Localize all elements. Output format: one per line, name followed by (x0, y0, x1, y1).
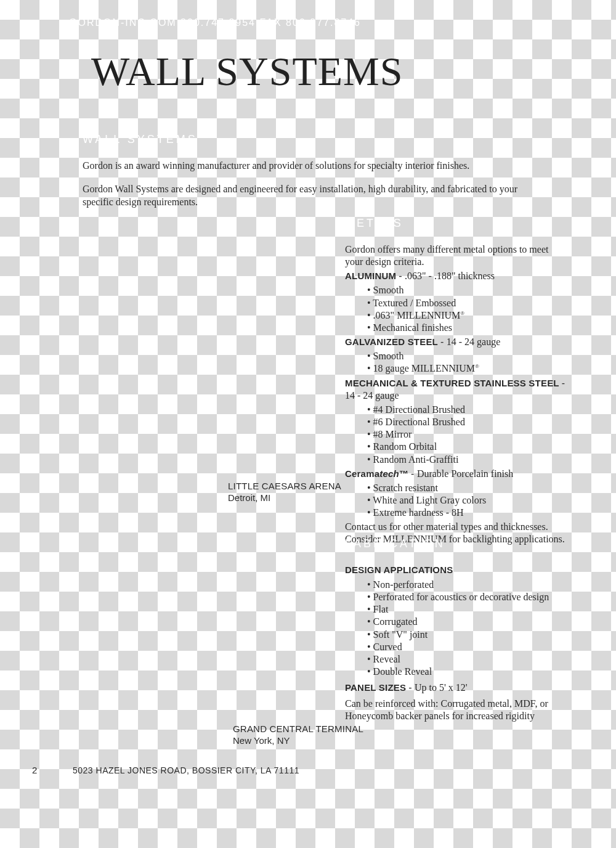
ceramatech-list: Scratch resistant White and Light Gray c… (345, 482, 567, 519)
panel-sizes-label: PANEL SIZES (345, 682, 406, 693)
ceramatech-tm: ™ (399, 468, 408, 479)
list-item: #6 Directional Brushed (367, 416, 567, 428)
stainless-list: #4 Directional Brushed #6 Directional Br… (345, 404, 567, 466)
list-item: 18 gauge MILLENNIUM® (367, 362, 567, 375)
intro-p1: Gordon is an award winning manufacturer … (83, 159, 538, 173)
fabrication-column: DESIGN APPLICATIONS Non-perforated Perfo… (345, 565, 567, 723)
section-label-metals: METALS (345, 217, 403, 230)
stainless-heading: MECHANICAL & TEXTURED STAINLESS STEEL - … (345, 377, 567, 402)
page-number: 2 (32, 765, 37, 775)
panel-sizes-spec: Up to 5' x 12' (415, 682, 468, 693)
page-title: WALL SYSTEMS (91, 48, 403, 95)
caption-location: Detroit, MI (228, 492, 341, 504)
list-item: #8 Mirror (367, 428, 567, 441)
aluminum-spec: .063" - .188" thickness (405, 271, 495, 281)
design-applications-list: Non-perforated Perforated for acoustics … (345, 579, 567, 678)
panel-sizes-heading: PANEL SIZES - Up to 5' x 12' (345, 682, 567, 694)
aluminum-list: Smooth Textured / Embossed .063" MILLENN… (345, 284, 567, 334)
caption-grand-central: GRAND CENTRAL TERMINAL New York, NY (233, 724, 363, 747)
galvanized-spec: 14 - 24 gauge (447, 336, 501, 347)
list-item: Perforated for acoustics or decorative d… (367, 591, 567, 603)
list-item: Smooth (367, 284, 567, 296)
reinforce-note: Can be reinforced with: Corrugated metal… (345, 698, 567, 722)
list-item: Curved (367, 641, 567, 653)
list-item: Random Anti-Graffiti (367, 454, 567, 466)
caption-location: New York, NY (233, 735, 363, 747)
caption-title: GRAND CENTRAL TERMINAL (233, 724, 363, 735)
page-content: GORDON-INC.COM 800.747.8954 FAX 800.877.… (0, 0, 616, 848)
galvanized-heading: GALVANIZED STEEL - 14 - 24 gauge (345, 336, 567, 348)
list-item: Textured / Embossed (367, 297, 567, 309)
ceramatech-label-b: tech (379, 468, 399, 479)
ceramatech-label-a: Cerama (345, 468, 379, 479)
list-item: Random Orbital (367, 441, 567, 453)
list-item: Reveal (367, 653, 567, 666)
list-item: Extreme hardness - 8H (367, 507, 567, 519)
list-item: Corrugated (367, 616, 567, 628)
aluminum-heading: ALUMINUM - .063" - .188" thickness (345, 270, 567, 282)
list-item: Smooth (367, 350, 567, 362)
list-item: Soft "V" joint (367, 629, 567, 641)
aluminum-label: ALUMINUM (345, 271, 396, 281)
intro-p2: Gordon Wall Systems are designed and eng… (83, 182, 538, 209)
list-item: Flat (367, 603, 567, 616)
metals-column: Gordon offers many different metal optio… (345, 242, 567, 548)
footer-address: 5023 HAZEL JONES ROAD, BOSSIER CITY, LA … (73, 765, 299, 775)
caption-little-caesars: LITTLE CAESARS ARENA Detroit, MI (228, 481, 341, 504)
caption-title: LITTLE CAESARS ARENA (228, 481, 341, 492)
list-item: #4 Directional Brushed (367, 404, 567, 416)
list-item: .063" MILLENNIUM® (367, 309, 567, 322)
stainless-spec: 14 - 24 gauge (345, 390, 399, 401)
galvanized-list: Smooth 18 gauge MILLENNIUM® (345, 350, 567, 375)
list-item: Mechanical finishes (367, 322, 567, 334)
ceramatech-heading: Ceramatech™ - Durable Porcelain finish (345, 468, 567, 480)
list-item: Scratch resistant (367, 482, 567, 494)
section-label-wall-systems: WALL SYSTEMS (83, 133, 198, 146)
metals-lead: Gordon offers many different metal optio… (345, 243, 567, 268)
design-applications-heading: DESIGN APPLICATIONS (345, 565, 567, 576)
intro-text: Gordon is an award winning manufacturer … (83, 159, 538, 219)
ceramatech-spec: Durable Porcelain finish (417, 468, 513, 479)
galvanized-label: GALVANIZED STEEL (345, 336, 438, 347)
list-item: Double Reveal (367, 666, 567, 678)
section-label-fabrication: FABRICATION (345, 537, 445, 550)
top-contact-bar: GORDON-INC.COM 800.747.8954 FAX 800.877.… (69, 17, 361, 28)
list-item: Non-perforated (367, 579, 567, 591)
stainless-label: MECHANICAL & TEXTURED STAINLESS STEEL (345, 378, 559, 388)
list-item: White and Light Gray colors (367, 494, 567, 507)
